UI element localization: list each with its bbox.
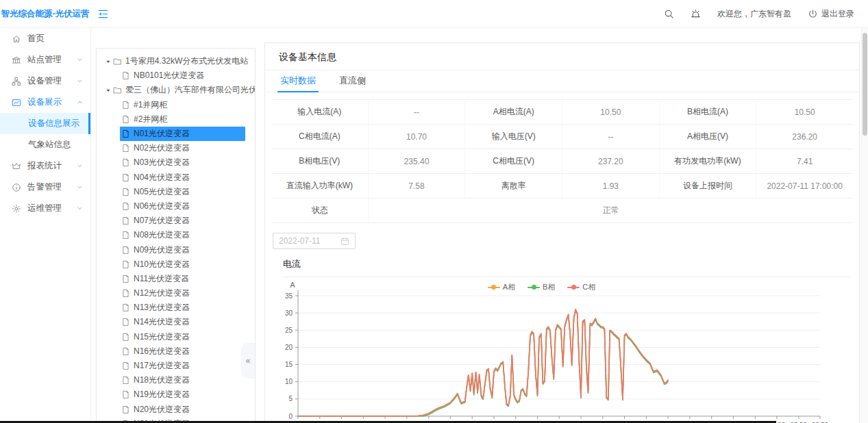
top-bar: 智光综合能源-光伏运营 欢迎您，广东智有盈 退出登录 [0, 0, 868, 28]
file-icon [121, 144, 130, 153]
tree-node-leaf[interactable]: N10光伏逆变器 [97, 257, 255, 272]
device-tree: 1号家用4.32kW分布式光伏发电站NB0101光伏逆变器爱三（佛山）汽车部件有… [97, 54, 255, 423]
sidebar-subitem-3-0[interactable]: 设备信息展示 [0, 113, 90, 134]
chevron-down-icon [76, 56, 84, 64]
table-row: B相电压(V)235.40C相电压(V)237.20有功发电功率(kW)7.41 [271, 149, 853, 174]
tree-node-leaf[interactable]: N19光伏逆变器 [97, 387, 255, 402]
menu-fold-icon[interactable] [97, 8, 109, 20]
tree-node-label: N08光伏逆变器 [134, 229, 190, 241]
tree-node-leaf[interactable]: N13光伏逆变器 [97, 300, 255, 315]
sidebar-item-4[interactable]: 报表统计 [0, 155, 90, 177]
field-value: -- [368, 100, 465, 124]
scrollbar-thumb[interactable] [863, 33, 867, 136]
svg-text:5: 5 [288, 395, 293, 402]
tree-node-leaf[interactable]: #1并网柜 [97, 98, 255, 112]
sidebar-item-0[interactable]: 首页 [0, 28, 90, 49]
current-chart-svg: 05101520253035A00:0001:0002:0003:0004:00… [265, 277, 854, 423]
file-icon [121, 216, 130, 225]
file-icon [121, 115, 130, 124]
field-label: C相电流(A) [271, 125, 368, 149]
field-label: A相电流(A) [464, 100, 562, 124]
table-row: 直流输入功率(kW)7.58离散率1.93设备上报时间2022-07-11 17… [271, 174, 853, 198]
alarm-icon[interactable] [691, 9, 701, 19]
logout-button[interactable]: 退出登录 [808, 8, 854, 20]
file-icon [121, 202, 130, 211]
crown-icon [12, 162, 21, 171]
field-value: 10.50 [756, 100, 853, 124]
legend-item-A相[interactable]: A相 [488, 282, 515, 292]
home-icon [12, 34, 21, 44]
sidebar-item-3[interactable]: 设备展示 [0, 92, 90, 113]
tree-node-leaf[interactable]: N07光伏逆变器 [97, 214, 255, 228]
tree-node-leaf[interactable]: N04光伏逆变器 [97, 170, 255, 185]
tree-node-leaf[interactable]: N02光伏逆变器 [97, 141, 255, 155]
sidebar-item-5[interactable]: 告警管理 [0, 177, 90, 198]
caret-down-icon[interactable] [103, 58, 113, 65]
tab-1[interactable]: 直流侧 [339, 70, 366, 92]
field-label: 输入电流(A) [271, 100, 368, 124]
tree-node-label: #1并网柜 [134, 99, 167, 111]
tree-node-leaf[interactable]: N05光伏逆变器 [97, 185, 255, 199]
tree-node-label: N14光伏逆变器 [134, 316, 190, 328]
tree-node-leaf[interactable]: #2并网柜 [97, 112, 255, 127]
table-row: C相电流(A)10.70输入电压(V)--A相电压(V)236.20 [271, 125, 853, 149]
sidebar-item-label: 设备管理 [27, 75, 62, 87]
field-label: B相电流(A) [659, 100, 756, 124]
date-picker[interactable]: 2022-07-11 [273, 233, 356, 249]
current-chart: 05101520253035A00:0001:0002:0003:0004:00… [265, 277, 859, 423]
sidebar-subitem-3-1[interactable]: 气象站信息 [0, 134, 90, 155]
file-icon [121, 390, 130, 399]
tree-node-leaf[interactable]: N18光伏逆变器 [97, 373, 255, 387]
legend-item-C相[interactable]: C相 [567, 282, 595, 292]
tree-node-leaf[interactable]: N16光伏逆变器 [97, 344, 255, 359]
app-window: 智光综合能源-光伏运营 欢迎您，广东智有盈 退出登录 首页站点管理设备管理设备展… [0, 0, 868, 423]
tree-node-leaf[interactable]: N11光伏逆变器 [97, 272, 255, 286]
tree-collapse-handle[interactable]: « [241, 343, 255, 379]
tree-node-leaf[interactable]: NB0101光伏逆变器 [97, 68, 255, 83]
tree-node-leaf[interactable]: N15光伏逆变器 [97, 330, 255, 344]
chart-title: 电流 [283, 258, 851, 277]
caret-down-icon[interactable] [103, 87, 113, 94]
legend-label: A相 [503, 282, 515, 292]
svg-text:23:00: 23:00 [791, 420, 808, 423]
sidebar-item-2[interactable]: 设备管理 [0, 70, 90, 92]
current-chart-area: A相B相C相 05101520253035A00:0001:0002:0003:… [265, 277, 859, 423]
field-label: C相电压(V) [464, 149, 562, 173]
field-label: A相电压(V) [659, 125, 756, 149]
tree-node-leaf[interactable]: N08光伏逆变器 [97, 228, 255, 242]
tree-node-label: N18光伏逆变器 [134, 374, 190, 386]
field-value: 236.20 [756, 125, 853, 149]
field-value: 2022-07-11 17:00:00 [756, 174, 853, 198]
chevron-down-icon [76, 183, 84, 191]
tree-node-leaf[interactable]: N06光伏逆变器 [97, 199, 255, 214]
table-row-status: 状态正常 [271, 198, 853, 223]
search-icon[interactable] [664, 9, 674, 19]
tree-node-label: NB0101光伏逆变器 [134, 70, 204, 81]
file-icon [121, 260, 130, 269]
tree-node-leaf[interactable]: N17光伏逆变器 [97, 359, 255, 373]
tree-node-leaf[interactable]: N12光伏逆变器 [97, 286, 255, 300]
tree-node-folder[interactable]: 爱三（佛山）汽车部件有限公司光伏发 [97, 83, 255, 97]
tree-node-label: N13光伏逆变器 [134, 302, 190, 313]
legend-marker [528, 285, 540, 290]
tree-node-leaf[interactable]: N14光伏逆变器 [97, 315, 255, 329]
tree-node-leaf[interactable]: N01光伏逆变器 [97, 127, 255, 141]
tab-0[interactable]: 实时数据 [280, 70, 316, 92]
field-value: 1.93 [562, 174, 659, 198]
tree-node-leaf[interactable]: N20光伏逆变器 [97, 402, 255, 417]
tree-node-leaf[interactable]: N09光伏逆变器 [97, 242, 255, 257]
chevron-down-icon [76, 162, 84, 170]
svg-text:15: 15 [285, 361, 293, 368]
logout-label: 退出登录 [821, 8, 854, 20]
sidebar-item-label: 设备展示 [27, 97, 62, 108]
field-value: 7.58 [368, 174, 465, 198]
sidebar-item-1[interactable]: 站点管理 [0, 49, 90, 70]
sidebar-item-6[interactable]: 运维管理 [0, 198, 90, 219]
legend-item-B相[interactable]: B相 [528, 282, 555, 292]
file-icon [121, 129, 130, 138]
field-label: 设备上报时间 [659, 174, 756, 198]
file-icon [121, 188, 130, 196]
field-label: 有功发电功率(kW) [659, 149, 756, 173]
tree-node-folder[interactable]: 1号家用4.32kW分布式光伏发电站 [97, 54, 255, 68]
tree-node-leaf[interactable]: N03光伏逆变器 [97, 155, 255, 170]
